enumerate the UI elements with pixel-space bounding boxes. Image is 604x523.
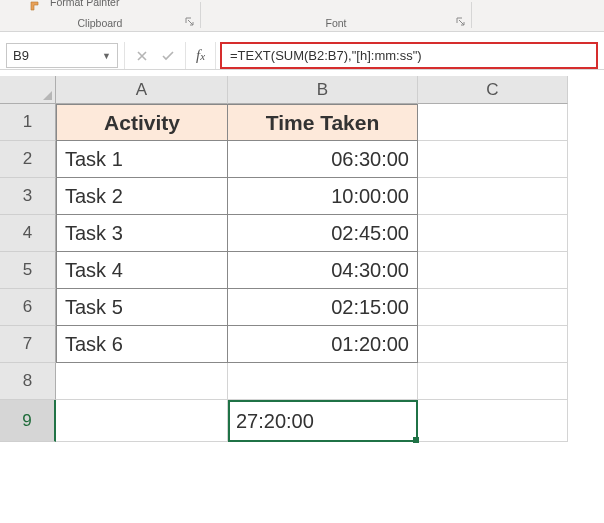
cell-A2[interactable]: Task 1: [56, 141, 228, 178]
ribbon-divider: [471, 2, 472, 28]
cell-A8[interactable]: [56, 363, 228, 400]
row-header[interactable]: 3: [0, 178, 56, 215]
cell-A5[interactable]: Task 4: [56, 252, 228, 289]
row-header[interactable]: 1: [0, 104, 56, 141]
cancel-icon[interactable]: [129, 42, 155, 69]
enter-icon[interactable]: [155, 42, 181, 69]
row-header[interactable]: 7: [0, 326, 56, 363]
insert-function-icon[interactable]: fx: [186, 42, 216, 69]
formula-text: =TEXT(SUM(B2:B7),"[h]:mm:ss"): [230, 48, 422, 63]
cell-C8[interactable]: [418, 363, 568, 400]
row-header[interactable]: 6: [0, 289, 56, 326]
cell-B8[interactable]: [228, 363, 418, 400]
format-painter-label[interactable]: Format Painter: [50, 0, 119, 8]
font-dialog-launcher-icon[interactable]: [455, 16, 467, 28]
cell-B5[interactable]: 04:30:00: [228, 252, 418, 289]
select-all-corner[interactable]: [0, 76, 56, 104]
format-painter-icon: [30, 0, 42, 10]
ribbon-fragment: Format Painter Clipboard Font: [0, 0, 604, 32]
cell-A7[interactable]: Task 6: [56, 326, 228, 363]
cells-area: Activity Time Taken Task 1 06:30:00 Task…: [56, 104, 604, 442]
column-header-A[interactable]: A: [56, 76, 228, 104]
clipboard-dialog-launcher-icon[interactable]: [184, 16, 196, 28]
cell-A9[interactable]: [56, 400, 228, 442]
cell-B9-selected[interactable]: 27:20:00: [228, 400, 418, 442]
cell-B3[interactable]: 10:00:00: [228, 178, 418, 215]
cell-A4[interactable]: Task 3: [56, 215, 228, 252]
cell-A3[interactable]: Task 2: [56, 178, 228, 215]
column-header-C[interactable]: C: [418, 76, 568, 104]
formula-input[interactable]: =TEXT(SUM(B2:B7),"[h]:mm:ss"): [220, 42, 598, 69]
cell-A6[interactable]: Task 5: [56, 289, 228, 326]
row-headers: 1 2 3 4 5 6 7 8 9: [0, 104, 56, 442]
cell-B7[interactable]: 01:20:00: [228, 326, 418, 363]
cell-B2[interactable]: 06:30:00: [228, 141, 418, 178]
cell-C9[interactable]: [418, 400, 568, 442]
cell-C3[interactable]: [418, 178, 568, 215]
row-header[interactable]: 4: [0, 215, 56, 252]
cell-C5[interactable]: [418, 252, 568, 289]
ribbon-group-font: Font: [201, 17, 471, 31]
cell-B6[interactable]: 02:15:00: [228, 289, 418, 326]
row-header[interactable]: 5: [0, 252, 56, 289]
cell-C1[interactable]: [418, 104, 568, 141]
chevron-down-icon[interactable]: ▼: [102, 51, 111, 61]
grid-body: 1 2 3 4 5 6 7 8 9 Activity Time Taken Ta…: [0, 104, 604, 442]
formula-bar: B9 ▼ fx =TEXT(SUM(B2:B7),"[h]:mm:ss"): [0, 42, 604, 70]
formula-bar-buttons: [124, 42, 186, 69]
ribbon-group-clipboard: Clipboard: [0, 17, 200, 31]
grid-header-row: A B C: [0, 76, 604, 104]
name-box[interactable]: B9 ▼: [6, 43, 118, 68]
name-box-value: B9: [13, 48, 29, 63]
row-header-selected[interactable]: 9: [0, 400, 56, 442]
cell-B4[interactable]: 02:45:00: [228, 215, 418, 252]
row-header[interactable]: 8: [0, 363, 56, 400]
cell-C4[interactable]: [418, 215, 568, 252]
cell-B1[interactable]: Time Taken: [228, 104, 418, 141]
cell-C6[interactable]: [418, 289, 568, 326]
cell-A1[interactable]: Activity: [56, 104, 228, 141]
cell-C7[interactable]: [418, 326, 568, 363]
row-header[interactable]: 2: [0, 141, 56, 178]
cell-C2[interactable]: [418, 141, 568, 178]
column-header-B[interactable]: B: [228, 76, 418, 104]
